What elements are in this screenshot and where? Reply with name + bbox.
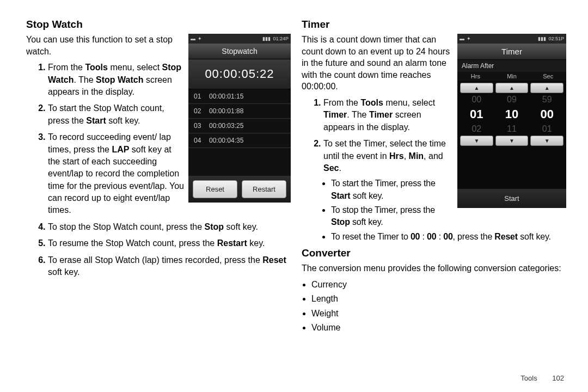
status-time: 01:24P: [273, 36, 289, 41]
step-6: To erase all Stop Watch (lap) times reco…: [48, 254, 291, 279]
page-footer: Tools 102: [520, 374, 564, 382]
minutes-selected[interactable]: 10: [505, 106, 518, 122]
hours-next: 02: [471, 124, 481, 134]
hours-up-button[interactable]: ▲: [460, 83, 493, 93]
minutes-up-button[interactable]: ▲: [495, 83, 529, 93]
seconds-prev: 59: [542, 94, 552, 105]
seconds-next: 01: [542, 124, 552, 134]
converter-intro: The conversion menu provides the followi…: [302, 262, 566, 274]
battery-icon: ▮▮▮: [538, 36, 546, 41]
timer-start-button[interactable]: Start: [457, 189, 566, 208]
status-bar: ▬✦ ▮▮▮02:51P: [457, 34, 566, 44]
step-4: To stop the Stop Watch count, press the …: [48, 221, 291, 233]
reset-button[interactable]: Reset: [193, 180, 237, 198]
restart-button[interactable]: Restart: [242, 180, 286, 198]
hours-selected[interactable]: 01: [470, 106, 483, 122]
signal-icon: ▬: [460, 36, 464, 41]
stopwatch-title: Stopwatch: [188, 44, 291, 59]
minutes-prev: 09: [507, 94, 517, 105]
lap-row: 0400:00:04:35: [188, 133, 291, 148]
converter-category: Weight: [311, 308, 566, 320]
timer-figure: ▬✦ ▮▮▮02:51P Timer Alarm After Hrs Min S…: [457, 34, 566, 208]
status-time: 02:51P: [548, 36, 564, 41]
stopwatch-heading: Stop Watch: [26, 19, 291, 30]
timer-bullet-reset: To reset the Timer to 00 : 00 : 00, pres…: [331, 231, 566, 243]
hours-prev: 00: [471, 94, 481, 105]
footer-page-number: 102: [552, 374, 564, 382]
lap-list: 0100:00:01:15 0200:00:01:88 0300:00:03:2…: [188, 89, 291, 176]
seconds-down-button[interactable]: ▼: [530, 136, 564, 146]
converter-heading: Converter: [302, 247, 566, 259]
seconds-selected[interactable]: 00: [540, 106, 553, 122]
status-bar: ▬✦ ▮▮▮01:24P: [188, 34, 291, 44]
hours-down-button[interactable]: ▼: [460, 136, 493, 146]
converter-category: Volume: [311, 322, 566, 334]
converter-category: Currency: [311, 279, 566, 291]
lap-row: 0100:00:01:15: [188, 89, 291, 104]
lap-row: 0200:00:01:88: [188, 104, 291, 119]
converter-category: Length: [311, 293, 566, 305]
minutes-down-button[interactable]: ▼: [495, 136, 529, 146]
battery-icon: ▮▮▮: [262, 36, 271, 41]
timer-heading: Timer: [302, 19, 566, 30]
footer-section: Tools: [520, 374, 537, 382]
timer-title: Timer: [457, 44, 566, 60]
timer-column-labels: Hrs Min Sec: [457, 72, 566, 81]
minutes-next: 11: [507, 124, 517, 134]
signal-icon: ▬: [191, 36, 195, 41]
stopwatch-figure: ▬✦ ▮▮▮01:24P Stopwatch 00:00:05:22 0100:…: [188, 34, 291, 203]
lap-row: 0300:00:03:25: [188, 119, 291, 133]
step-5: To resume the Stop Watch count, press th…: [48, 237, 291, 249]
timer-picker: ▲ 00 01 02 ▼ ▲ 09 10 11 ▼ ▲: [457, 81, 566, 189]
converter-categories: Currency Length Weight Volume: [302, 279, 566, 334]
seconds-up-button[interactable]: ▲: [530, 83, 564, 93]
timer-subtitle: Alarm After: [457, 60, 566, 72]
stopwatch-main-time: 00:00:05:22: [188, 59, 291, 89]
